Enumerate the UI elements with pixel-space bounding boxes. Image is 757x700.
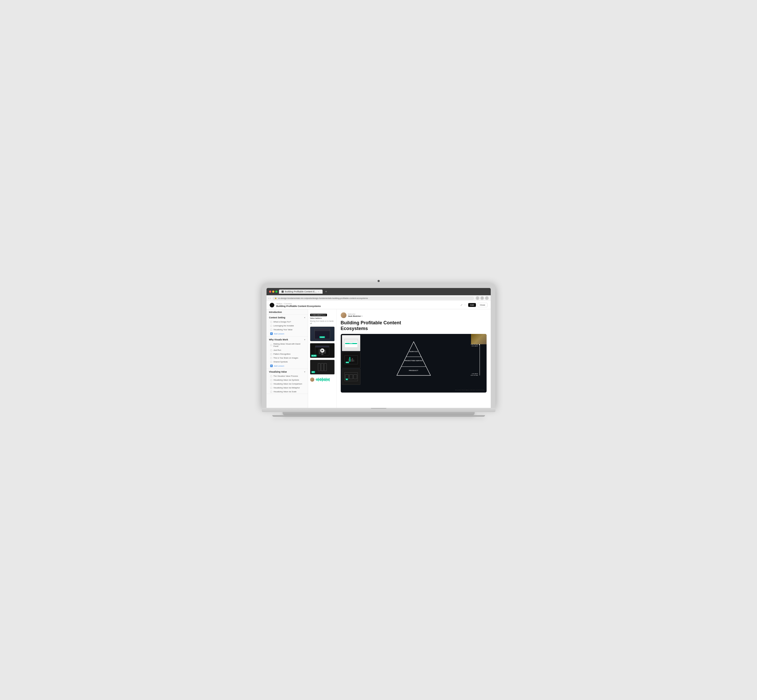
- waveform-bar: [319, 379, 319, 380]
- tab-favicon: [282, 291, 284, 293]
- lesson-icon: [270, 357, 272, 359]
- new-tab-button[interactable]: +: [325, 290, 327, 294]
- price-label-middle: $2,000: [311, 355, 317, 357]
- course-main: Instructor Jack Butcher▾ Building Profit…: [336, 309, 491, 408]
- chevron-down-icon-2: ▾: [304, 339, 305, 341]
- main-content: FUNDAMENTALS Value ladders Moving from h…: [308, 309, 491, 408]
- add-lesson-button-visuals[interactable]: + Add Lesson: [266, 364, 308, 369]
- sidebar-item-via-comparison[interactable]: Visualizing Value via Comparison: [266, 382, 308, 386]
- waveform-bar: [324, 379, 324, 381]
- screenshot-card-2: $2,000: [342, 352, 360, 368]
- add-icon: +: [270, 332, 273, 335]
- breadcrumb: Skillux › Courses: [276, 303, 321, 305]
- video-diagram: SERVICE PRODUCTISED SERVICE PRODUCT: [361, 334, 466, 386]
- sidebar-item-label: Visualizing Your Value: [274, 328, 293, 331]
- sidebar-item-label: Making Ideas Visual with David Perell: [274, 343, 305, 347]
- chevron-down-icon: ▾: [304, 317, 305, 319]
- waveform-bar: [324, 378, 325, 381]
- minimize-traffic-light[interactable]: [272, 291, 274, 293]
- back-button[interactable]: ‹: [269, 297, 269, 300]
- price-card-1: $20,000: [350, 343, 352, 344]
- waveform-bar: [322, 378, 322, 382]
- avatar-mini: [310, 378, 314, 382]
- pyramid-svg: SERVICE PRODUCTISED SERVICE PRODUCT: [392, 339, 436, 381]
- more-options-icon[interactable]: ⋯: [464, 303, 467, 306]
- play-triangle-icon: [322, 350, 323, 352]
- sidebar-section-header-context[interactable]: Context Setting ▾: [266, 315, 308, 320]
- lesson-icon: [270, 325, 272, 327]
- traffic-lights: [269, 291, 277, 293]
- dropdown-icon[interactable]: ▾: [361, 315, 363, 317]
- sidebar-section-header-vv[interactable]: Visualizing Value ▾: [266, 369, 308, 374]
- tab-close-icon[interactable]: ×: [318, 291, 320, 293]
- sidebar-item-via-scale[interactable]: Visualizing Value via Scale: [266, 390, 308, 394]
- app-title: Building Profitable Content Ecosystems: [276, 305, 321, 308]
- browser-bookmark-icon[interactable]: ☆: [480, 296, 484, 300]
- lesson-icon: [270, 344, 272, 346]
- lesson-icon: [270, 353, 272, 355]
- service-label: SERVICE: [409, 351, 418, 352]
- laptop-base: [262, 408, 496, 412]
- waveform-bar: [318, 378, 319, 381]
- price-card-2: $2,000: [346, 362, 349, 363]
- sidebar-section-label: Introduction: [269, 311, 282, 313]
- close-button[interactable]: Close: [477, 303, 487, 307]
- waveform: [316, 378, 334, 382]
- sidebar-item-visualizing-value[interactable]: Visualizing Your Value: [266, 328, 308, 331]
- course-title-line1: Building Profitable Content: [341, 320, 401, 325]
- instructor-label: Instructor: [348, 313, 363, 315]
- screenshot-card-1: $20,000: [342, 335, 360, 351]
- sidebar-item-leveraging-invisible[interactable]: Leveraging the Invisible: [266, 324, 308, 328]
- browser-share-icon[interactable]: ↑: [476, 296, 479, 300]
- sidebar-item-pattern-recognition[interactable]: Pattern Recognition: [266, 352, 308, 356]
- browser-tab[interactable]: Building Profitable Content E... ×: [279, 289, 323, 294]
- laptop-foot: [272, 415, 485, 417]
- add-lesson-label: Add Lesson: [274, 333, 285, 335]
- camera: [378, 280, 380, 282]
- tab-title: Building Profitable Content E...: [285, 290, 317, 293]
- preview-thumbnail-2: $2,000: [310, 343, 335, 358]
- add-lesson-button-context[interactable]: + Add Lesson: [266, 331, 308, 336]
- nav-buttons: ‹ ›: [269, 297, 271, 300]
- sidebar-item-via-symbols[interactable]: Visualizing Value via Symbols: [266, 378, 308, 382]
- screenshot-inner-3: $47: [342, 369, 360, 385]
- sidebar-section-context-setting: Context Setting ▾ What is Design For? Le…: [266, 315, 308, 337]
- preview-badge: FUNDAMENTALS: [310, 314, 327, 316]
- waveform-bar: [325, 378, 326, 381]
- edit-button[interactable]: Edit: [468, 303, 476, 307]
- sidebar-item-visualize-process[interactable]: The Visualize Value Process: [266, 374, 308, 378]
- fullscreen-traffic-light[interactable]: [275, 291, 277, 293]
- waveform-bar: [321, 378, 321, 381]
- sidebar-item-via-metaphor[interactable]: Visualizing Value via Metaphor: [266, 386, 308, 390]
- video-preview[interactable]: $20,000: [341, 334, 486, 392]
- play-button[interactable]: [320, 348, 324, 353]
- sidebar-item-just-run[interactable]: Just Run: [266, 348, 308, 352]
- preview-label: Value ladders: [310, 317, 334, 319]
- url-text: vv-design-fundamentals.mn.co/posts/desig…: [278, 297, 368, 299]
- app-body: Introduction Context Setting ▾ What: [266, 309, 491, 408]
- lesson-icon: [270, 391, 272, 393]
- sidebar-visuals-label: Why Visuals Work: [269, 338, 288, 341]
- sidebar-item-what-is-design[interactable]: What is Design For?: [266, 320, 308, 324]
- sidebar-item-label: Leveraging the Invisible: [274, 325, 294, 327]
- video-inner: $20,000: [341, 334, 486, 386]
- price-label-top: $20,000: [319, 336, 325, 338]
- expand-icon[interactable]: ⤢: [460, 303, 463, 306]
- sidebar-section-header-visuals[interactable]: Why Visuals Work ▾: [266, 337, 308, 342]
- close-traffic-light[interactable]: [269, 291, 271, 293]
- price-card-3: $47: [346, 378, 348, 380]
- forward-button[interactable]: ›: [270, 297, 271, 300]
- sidebar-section-header-introduction[interactable]: Introduction: [266, 309, 308, 314]
- lesson-icon: [270, 379, 272, 381]
- browser-more-icon[interactable]: ⋯: [485, 296, 489, 300]
- sidebar-item-label: Visualizing Value via Comparison: [274, 383, 302, 385]
- address-bar[interactable]: 🔒 vv-design-fundamentals.mn.co/posts/des…: [272, 297, 474, 300]
- sidebar-item-brain-on-images[interactable]: This is Your Brain on Images: [266, 356, 308, 360]
- instructor-name: Jack Butcher▾: [348, 315, 363, 317]
- sidebar-item-shared-symbols[interactable]: Shared Symbols: [266, 360, 308, 364]
- sidebar-item-making-ideas-visual[interactable]: Making Ideas Visual with David Perell: [266, 342, 308, 348]
- laptop-stand: [283, 412, 475, 415]
- waveform-bar: [328, 378, 329, 381]
- lesson-icon: [270, 349, 272, 351]
- chevron-down-icon-3: ▾: [304, 371, 305, 373]
